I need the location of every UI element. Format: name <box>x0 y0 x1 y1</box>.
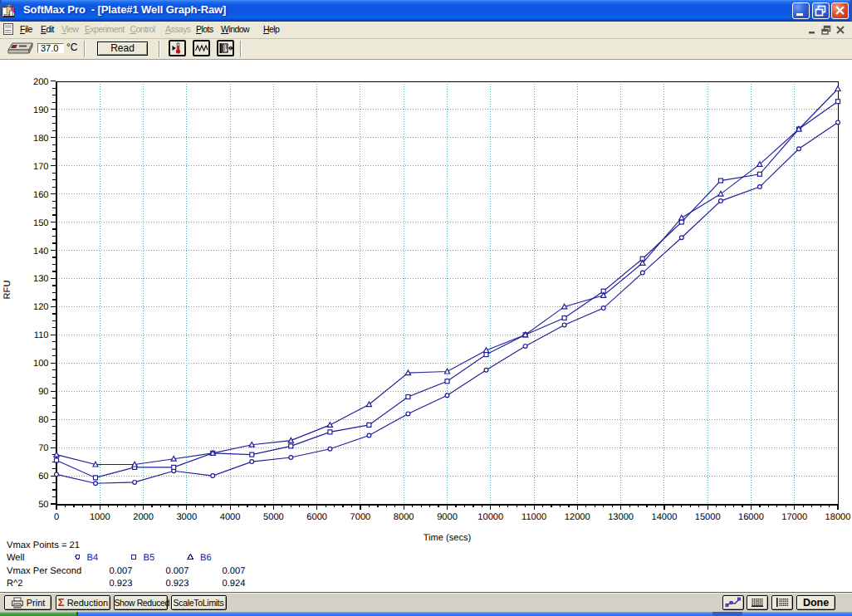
svg-text:16000: 16000 <box>738 512 764 522</box>
svg-text:190: 190 <box>33 105 49 115</box>
svg-text:170: 170 <box>33 162 49 172</box>
svg-text:B5: B5 <box>144 553 155 563</box>
svg-text:100: 100 <box>33 359 49 369</box>
svg-text:RFU: RFU <box>2 281 12 300</box>
svg-text:9000: 9000 <box>437 512 458 522</box>
svg-text:130: 130 <box>33 274 49 284</box>
svg-text:14000: 14000 <box>651 512 677 522</box>
svg-text:8000: 8000 <box>394 512 414 522</box>
svg-text:R^2: R^2 <box>7 579 23 589</box>
svg-text:0.007: 0.007 <box>166 566 189 576</box>
svg-text:180: 180 <box>33 134 49 144</box>
svg-text:B6: B6 <box>200 553 212 563</box>
svg-text:18000: 18000 <box>825 512 851 522</box>
svg-text:Time (secs): Time (secs) <box>424 533 472 543</box>
svg-text:Well: Well <box>7 553 25 563</box>
svg-text:70: 70 <box>38 443 48 453</box>
svg-text:15000: 15000 <box>695 512 721 522</box>
svg-text:13000: 13000 <box>608 512 634 522</box>
svg-text:90: 90 <box>38 387 48 397</box>
svg-text:6000: 6000 <box>306 512 327 522</box>
svg-text:110: 110 <box>34 330 49 340</box>
svg-text:7000: 7000 <box>350 512 371 522</box>
svg-text:B4: B4 <box>87 553 99 563</box>
svg-text:0.007: 0.007 <box>110 566 133 576</box>
svg-text:17000: 17000 <box>781 512 807 522</box>
svg-text:3000: 3000 <box>176 512 197 522</box>
svg-text:140: 140 <box>33 247 49 257</box>
svg-text:Vmax Points = 21: Vmax Points = 21 <box>7 540 80 550</box>
svg-text:50: 50 <box>38 500 48 510</box>
svg-text:0.923: 0.923 <box>110 579 133 589</box>
svg-text:Vmax Per Second: Vmax Per Second <box>7 566 81 576</box>
svg-text:200: 200 <box>33 77 49 87</box>
svg-text:0: 0 <box>54 512 59 522</box>
svg-text:2000: 2000 <box>133 512 154 522</box>
svg-text:11000: 11000 <box>521 512 546 522</box>
svg-text:5000: 5000 <box>263 512 284 522</box>
svg-text:150: 150 <box>33 218 49 228</box>
svg-text:60: 60 <box>38 472 48 482</box>
svg-text:0.923: 0.923 <box>166 579 189 589</box>
svg-text:12000: 12000 <box>565 512 590 522</box>
svg-text:4000: 4000 <box>220 512 241 522</box>
svg-text:1000: 1000 <box>90 512 110 522</box>
svg-text:160: 160 <box>33 190 49 200</box>
svg-text:0.924: 0.924 <box>223 579 246 589</box>
svg-text:10000: 10000 <box>477 512 503 522</box>
svg-text:80: 80 <box>38 415 48 425</box>
svg-text:0.007: 0.007 <box>223 566 246 576</box>
svg-text:120: 120 <box>33 302 49 312</box>
